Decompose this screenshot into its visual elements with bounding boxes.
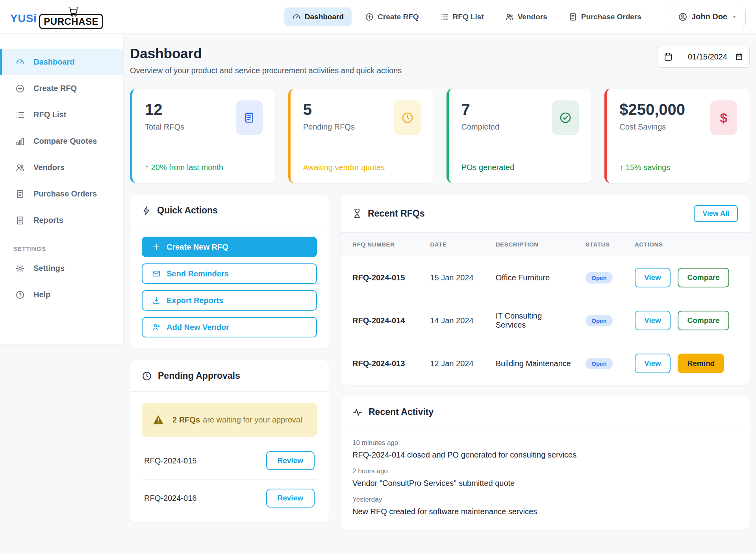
page-title: Dashboard — [130, 46, 402, 61]
table-row: RFQ-2024-014 14 Jan 2024 IT Consulting S… — [341, 299, 750, 342]
sidebar-item-settings[interactable]: Settings — [0, 255, 123, 282]
table-row: RFQ-2024-013 12 Jan 2024 Building Mainte… — [341, 342, 750, 385]
view-button[interactable]: View — [635, 354, 671, 373]
lightning-icon — [142, 206, 151, 215]
nav-label: RFQ List — [453, 13, 484, 21]
sidebar-label: Compare Quotes — [33, 137, 97, 146]
status-badge: Open — [586, 315, 612, 326]
compare-button[interactable]: Compare — [678, 311, 729, 330]
rfq-description: Office Furniture — [484, 256, 574, 299]
view-button[interactable]: View — [635, 268, 671, 287]
brand-name-primary: YUSi — [10, 12, 37, 27]
sidebar-item-rfq-list[interactable]: RFQ List — [0, 102, 123, 128]
document-icon — [15, 216, 25, 225]
sidebar-item-reports[interactable]: Reports — [0, 207, 123, 233]
stat-note: ↑ 15% savings — [619, 163, 737, 172]
status-badge: Open — [586, 358, 612, 369]
review-button[interactable]: Review — [266, 489, 315, 508]
stat-label: Total RFQs — [145, 122, 184, 132]
activity-time: 2 hours ago — [352, 467, 738, 475]
top-navbar: YUSi PURCHASE Dashboard Create RFQ — [0, 0, 756, 34]
person-plus-icon — [152, 323, 161, 332]
rfq-number: RFQ-2024-014 — [341, 299, 418, 342]
stat-note: POs generated — [461, 163, 579, 172]
create-new-rfq-button[interactable]: Create New RFQ — [142, 237, 317, 257]
column-header-status: STATUS — [574, 233, 623, 256]
user-name: John Doe — [691, 12, 727, 21]
document-icon — [236, 100, 263, 135]
column-header-actions: ACTIONS — [623, 233, 750, 256]
view-all-button[interactable]: View All — [694, 205, 738, 222]
user-circle-icon — [678, 12, 687, 22]
calendar-icon[interactable] — [735, 53, 743, 61]
brand-logo[interactable]: YUSi PURCHASE — [10, 7, 103, 27]
gauge-icon — [292, 13, 301, 21]
column-header-date: DATE — [418, 233, 484, 256]
rfq-description: Building Maintenance — [484, 342, 574, 385]
rfq-number: RFQ-2024-015 — [341, 256, 418, 299]
nav-item-purchase-orders[interactable]: Purchase Orders — [561, 7, 649, 26]
rfq-date: 12 Jan 2024 — [418, 342, 484, 385]
column-header-rfq-number: RFQ NUMBER — [341, 233, 418, 256]
stat-value: $250,000 — [619, 100, 685, 119]
rfq-number: RFQ-2024-013 — [341, 342, 418, 385]
user-menu-button[interactable]: John Doe — [670, 7, 746, 27]
stat-card-total-rfqs: 12 Total RFQs ↑ 20% from last month — [130, 89, 275, 183]
hourglass-icon — [352, 209, 362, 219]
envelope-icon — [152, 269, 161, 278]
stat-value: 12 — [145, 100, 184, 119]
bar-chart-icon — [15, 137, 25, 146]
main-nav: Dashboard Create RFQ RFQ List Vendors Pu… — [284, 7, 649, 26]
stat-note: ↑ 20% from last month — [145, 163, 263, 172]
recent-rfqs-table: RFQ NUMBER DATE DESCRIPTION STATUS ACTIO… — [341, 233, 750, 385]
stat-label: Cost Savings — [619, 122, 685, 132]
nav-label: Create RFQ — [378, 13, 419, 21]
approval-rfq-number: RFQ-2024-016 — [144, 494, 196, 503]
people-icon — [505, 13, 514, 21]
nav-item-rfq-list[interactable]: RFQ List — [432, 7, 492, 26]
gauge-icon — [15, 57, 25, 67]
download-icon — [152, 296, 161, 305]
sidebar-item-dashboard[interactable]: Dashboard — [0, 49, 123, 75]
nav-item-dashboard[interactable]: Dashboard — [284, 7, 352, 26]
quick-actions-panel: Quick Actions Create New RFQ Send Remind… — [130, 195, 329, 348]
pending-approvals-panel: Pending Approvals 2 RFQsare waiting for … — [130, 360, 329, 523]
sidebar-label: Settings — [33, 264, 65, 273]
clock-icon — [142, 371, 152, 381]
sidebar-label: Dashboard — [33, 57, 74, 67]
nav-label: Purchase Orders — [581, 13, 641, 21]
export-reports-button[interactable]: Export Reports — [142, 290, 317, 311]
activity-text: RFQ-2024-014 closed and PO generated for… — [352, 450, 738, 460]
add-new-vendor-button[interactable]: Add New Vendor — [142, 317, 317, 337]
remind-button[interactable]: Remind — [678, 354, 724, 373]
stat-card-completed: 7 Completed POs generated — [447, 89, 592, 183]
panel-title: Pending Approvals — [158, 371, 240, 381]
sidebar-label: Vendors — [33, 163, 65, 172]
date-picker[interactable]: 01/15/2024 — [658, 46, 750, 68]
status-badge: Open — [586, 272, 612, 283]
sidebar-item-compare-quotes[interactable]: Compare Quotes — [0, 128, 123, 154]
stat-card-cost-savings: $250,000 Cost Savings $ ↑ 15% savings — [604, 89, 750, 183]
nav-item-create-rfq[interactable]: Create RFQ — [357, 7, 427, 26]
view-button[interactable]: View — [635, 311, 671, 330]
send-reminders-button[interactable]: Send Reminders — [142, 263, 317, 284]
sidebar-item-create-rfq[interactable]: Create RFQ — [0, 75, 123, 102]
table-row: RFQ-2024-015 15 Jan 2024 Office Furnitur… — [341, 256, 750, 299]
compare-button[interactable]: Compare — [678, 268, 729, 287]
alert-count: 2 RFQs — [172, 415, 200, 424]
review-button[interactable]: Review — [266, 451, 315, 470]
sidebar-label: Reports — [33, 216, 63, 225]
sidebar-item-purchase-orders[interactable]: Purchase Orders — [0, 181, 123, 207]
recent-activity-panel: Recent Activity 10 minutes ago RFQ-2024-… — [341, 397, 750, 530]
nav-item-vendors[interactable]: Vendors — [497, 7, 555, 26]
approval-item: RFQ-2024-016 Review — [142, 480, 317, 511]
rfq-description: IT Consulting Services — [484, 299, 574, 342]
rfq-date: 14 Jan 2024 — [418, 299, 484, 342]
list-icon — [15, 110, 25, 120]
sidebar-item-vendors[interactable]: Vendors — [0, 154, 123, 181]
check-circle-icon — [552, 100, 579, 135]
sidebar-item-help[interactable]: Help — [0, 282, 123, 308]
plus-circle-icon — [365, 13, 374, 21]
clock-icon — [394, 100, 421, 135]
approval-rfq-number: RFQ-2024-015 — [144, 456, 196, 465]
